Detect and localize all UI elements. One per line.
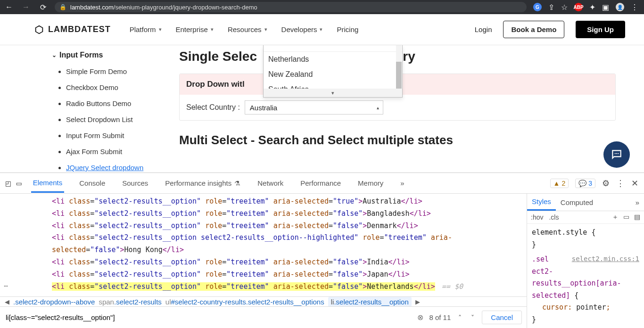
svg-point-2 [618, 153, 619, 154]
breadcrumb-item[interactable]: .select2-dropdown--above [13, 298, 95, 306]
cls-toggle[interactable]: .cls [549, 213, 559, 221]
search-next[interactable]: ˅ [469, 314, 476, 321]
country-select[interactable]: Australia ▴ [245, 100, 383, 115]
panel-body: Select Country : Australia ▴ [180, 95, 615, 120]
header-actions: Login Book a Demo Sign Up [475, 21, 625, 38]
styles-tab-computed[interactable]: Computed [556, 195, 598, 210]
tab-console[interactable]: Console [77, 174, 107, 192]
breadcrumb-item-active[interactable]: li.select2-results__option [328, 297, 412, 306]
warnings-badge[interactable]: ▲2 [550, 179, 569, 188]
css-source-link[interactable]: select2.min.css:1 [572, 254, 639, 265]
kebab-icon[interactable]: ⋮ [616, 178, 625, 189]
tab-elements[interactable]: Elements [31, 174, 65, 193]
app-header: LAMBDATEST Platform▾ Enterprise▾ Resourc… [0, 14, 644, 45]
select-country-label: Select Country : [186, 103, 240, 112]
hov-toggle[interactable]: :hov [531, 213, 543, 221]
elements-panel: ⋯ <li class="select2-results__option" ro… [0, 194, 527, 328]
sidebar-item-radio[interactable]: Radio Buttons Demo [66, 98, 146, 109]
url-text: lambdatest.com/selenium-playground/jquer… [70, 4, 257, 11]
sidebar-item-jquery-select[interactable]: JQuery Select dropdown [66, 162, 146, 173]
page-content: ⌄ Input Forms Simple Form Demo Checkbox … [0, 45, 644, 172]
styles-panel: Styles Computed » :hov .cls ＋ ▭ ▤ elemen… [527, 194, 644, 328]
breadcrumb-right[interactable]: ▶ [415, 298, 420, 305]
dropdown-option[interactable]: New Zealand [264, 67, 402, 82]
lock-icon: 🔒 [59, 4, 66, 10]
bookmark-icon[interactable]: ☆ [561, 3, 568, 12]
tab-network[interactable]: Network [256, 174, 285, 192]
inspect-controls: ◰ ▭ [6, 178, 22, 188]
login-link[interactable]: Login [475, 25, 492, 33]
scroll-down-arrow[interactable]: ▾ [264, 89, 402, 97]
tab-memory[interactable]: Memory [356, 174, 385, 192]
url-bar[interactable]: 🔒 lambdatest.com/selenium-playground/jqu… [55, 2, 527, 12]
dom-tree[interactable]: ⋯ <li class="select2-results__option" ro… [0, 194, 527, 296]
tab-perf-insights[interactable]: Performance insights⚗ [163, 174, 242, 192]
sidebar-item-ajax-form[interactable]: Ajax Form Submit [66, 146, 146, 157]
dropdown-option-cut[interactable] [264, 45, 402, 52]
share-icon[interactable]: ⇪ [548, 3, 554, 12]
extensions-icon[interactable]: ✦ [589, 3, 595, 12]
dropdown-option[interactable]: Netherlands [264, 52, 402, 67]
nav-pricing[interactable]: Pricing [337, 25, 358, 33]
sidebar-item-checkbox[interactable]: Checkbox Demo [66, 82, 146, 93]
scroll-thumb[interactable] [396, 62, 402, 89]
settings-icon[interactable]: ⚙ [602, 178, 610, 189]
styles-tab-styles[interactable]: Styles [527, 194, 556, 211]
device-icon[interactable]: ▭ [17, 178, 22, 188]
inspect-icon[interactable]: ◰ [6, 178, 11, 188]
device-preview-icon[interactable]: ▭ [623, 213, 629, 221]
new-style-icon[interactable]: ＋ [612, 213, 619, 221]
chevron-down-icon: ⌄ [52, 52, 57, 58]
tab-more[interactable]: » [398, 174, 406, 192]
panel-icon[interactable]: ▣ [602, 3, 609, 12]
chevron-down-icon: ▾ [159, 26, 162, 33]
country-dropdown-open: Netherlands New Zealand South Africa ▾ [263, 45, 403, 98]
overflow-dots-icon[interactable]: ⋯ [4, 280, 8, 293]
adblock-icon[interactable]: ABP [574, 3, 583, 11]
devtools-tabs: Elements Console Sources Performance ins… [31, 174, 406, 193]
flask-icon: ⚗ [234, 180, 240, 187]
clear-search-icon[interactable]: ⊗ [417, 313, 423, 322]
nav-developers[interactable]: Developers▾ [281, 25, 323, 33]
styles-tab-more[interactable]: » [631, 198, 644, 206]
chevron-down-icon: ▾ [211, 26, 214, 33]
menu-icon[interactable]: ⋮ [631, 3, 638, 12]
collapse-icon[interactable]: ▤ [634, 213, 640, 221]
nav-resources[interactable]: Resources▾ [228, 25, 267, 33]
search-cancel-button[interactable]: Cancel [482, 311, 522, 324]
book-demo-button[interactable]: Book a Demo [503, 21, 564, 38]
reload-button[interactable]: ⟳ [38, 3, 48, 12]
sidebar-item-select-dd[interactable]: Select Dropdown List [66, 114, 146, 125]
nav-platform[interactable]: Platform▾ [130, 25, 162, 33]
devtools-tabbar: ◰ ▭ Elements Console Sources Performance… [0, 173, 644, 194]
search-input[interactable] [5, 312, 412, 323]
search-prev[interactable]: ˄ [456, 314, 463, 321]
sidebar-item-input-form[interactable]: Input Form Submit [66, 130, 146, 141]
logo[interactable]: LAMBDATEST [34, 25, 111, 35]
chat-fab[interactable] [603, 141, 630, 168]
breadcrumb-item[interactable]: ul#select2-country-results.select2-resul… [165, 298, 324, 306]
breadcrumb-left[interactable]: ◀ [5, 298, 9, 305]
browser-chrome: ← → ⟳ 🔒 lambdatest.com/selenium-playgrou… [0, 0, 644, 14]
messages-badge[interactable]: 💬3 [575, 179, 595, 188]
chevron-down-icon: ▾ [264, 26, 267, 33]
logo-mark-icon [34, 25, 44, 35]
forward-button[interactable]: → [21, 3, 31, 11]
signup-button[interactable]: Sign Up [576, 21, 625, 38]
sidebar-section-title[interactable]: ⌄ Input Forms [52, 51, 146, 59]
profile-avatar[interactable]: 👤 [616, 3, 624, 11]
nav-enterprise[interactable]: Enterprise▾ [176, 25, 214, 33]
tab-performance[interactable]: Performance [298, 174, 343, 192]
google-icon[interactable]: G [533, 3, 542, 11]
dropdown-scrollbar[interactable] [396, 45, 402, 89]
caret-up-icon: ▴ [377, 105, 379, 110]
sidebar-item-simple-form[interactable]: Simple Form Demo [66, 66, 146, 77]
svg-point-0 [615, 153, 616, 154]
tab-sources[interactable]: Sources [120, 174, 150, 192]
breadcrumb-item[interactable]: span.select2-results [99, 298, 161, 306]
close-devtools-icon[interactable]: ✕ [631, 178, 638, 189]
styles-toolbar: :hov .cls ＋ ▭ ▤ [527, 211, 644, 224]
back-button[interactable]: ← [4, 3, 14, 11]
styles-code[interactable]: element.style { } select2.min.css:1.sel … [527, 224, 644, 328]
devtools: ◰ ▭ Elements Console Sources Performance… [0, 172, 644, 328]
